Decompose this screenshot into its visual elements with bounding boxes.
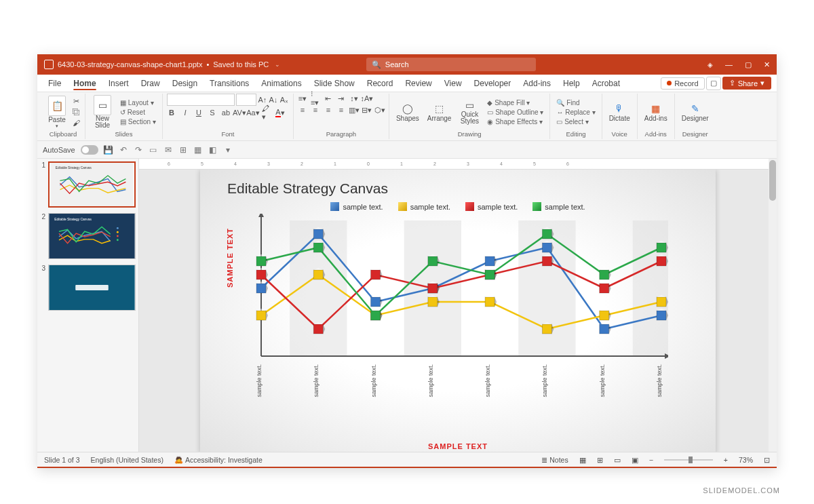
quick-styles-button[interactable]: ▭Quick Styles [457, 98, 482, 126]
thumbnail-1[interactable]: Editable Strategy Canvas [48, 161, 136, 208]
share-button[interactable]: ⇪Share▾ [722, 77, 771, 90]
highlight-button[interactable]: 🖍▾ [262, 108, 271, 117]
sorter-view-button[interactable]: ⊞ [597, 456, 603, 464]
indent-dec-button[interactable]: ⇤ [324, 94, 333, 103]
font-color-button[interactable]: A▾ [275, 108, 285, 117]
indent-inc-button[interactable]: ⇥ [336, 94, 346, 103]
columns-button[interactable]: ▥▾ [349, 105, 359, 115]
maximize-button[interactable]: ▢ [745, 60, 752, 69]
accessibility-status[interactable]: 🙇Accessibility: Investigate [174, 455, 263, 464]
tab-developer[interactable]: Developer [469, 76, 517, 91]
strike-button[interactable]: S [208, 108, 217, 117]
arrange-button[interactable]: ⬚Arrange [425, 101, 454, 123]
italic-button[interactable]: I [180, 108, 190, 117]
section-button[interactable]: ▤ Section ▾ [118, 117, 158, 126]
shape-fill-button[interactable]: ◆ Shape Fill ▾ [485, 98, 545, 107]
reset-button[interactable]: ↺ Reset [118, 108, 158, 117]
case-button[interactable]: Aa▾ [248, 108, 258, 117]
tab-design[interactable]: Design [167, 76, 203, 91]
slide-canvas-area[interactable]: Editable Strategy Canvas sample text. sa… [139, 170, 777, 452]
tab-draw[interactable]: Draw [136, 76, 166, 91]
format-painter-button[interactable]: 🖌 [71, 118, 81, 128]
bold-button[interactable]: B [167, 108, 176, 117]
zoom-in-button[interactable]: + [724, 456, 728, 464]
bullets-button[interactable]: ≡▾ [298, 94, 307, 103]
tab-slideshow[interactable]: Slide Show [309, 76, 360, 91]
notes-button[interactable]: ≣ Notes [541, 456, 568, 464]
zoom-out-button[interactable]: − [649, 456, 653, 464]
spacing-button[interactable]: AV▾ [235, 108, 244, 117]
dictate-button[interactable]: 🎙Dictate [606, 101, 633, 123]
replace-button[interactable]: ↔ Replace ▾ [554, 108, 597, 117]
slide-title[interactable]: Editable Strategy Canvas [227, 180, 689, 197]
tab-file[interactable]: File [43, 76, 66, 91]
qat-icon-4[interactable]: ▦ [193, 145, 203, 155]
tab-record[interactable]: Record [362, 76, 399, 91]
save-state[interactable]: Saved to this PC [213, 60, 269, 69]
vertical-scrollbar[interactable] [769, 159, 777, 452]
clear-format-button[interactable]: Aₓ [279, 95, 289, 104]
shape-effects-button[interactable]: ◉ Shape Effects ▾ [485, 117, 545, 126]
thumbnail-3[interactable] [48, 265, 136, 311]
tab-help[interactable]: Help [558, 76, 585, 91]
scroll-thumb[interactable] [769, 160, 776, 201]
file-name[interactable]: 6430-03-strategy-canvas-shape-chart1.ppt… [58, 60, 202, 69]
search-box[interactable]: 🔍 Search [366, 58, 536, 71]
present-button[interactable]: ▢ [706, 77, 721, 90]
line-spacing-button[interactable]: ↕▾ [349, 94, 359, 103]
slide[interactable]: Editable Strategy Canvas sample text. sa… [200, 170, 716, 452]
language-status[interactable]: English (United States) [91, 456, 163, 464]
underline-button[interactable]: U [194, 108, 204, 117]
justify-button[interactable]: ≡ [336, 105, 346, 115]
qat-icon-3[interactable]: ⊞ [178, 145, 188, 155]
select-button[interactable]: ▭ Select ▾ [554, 117, 597, 126]
cut-button[interactable]: ✂ [71, 96, 81, 106]
font-size-input[interactable] [236, 94, 256, 106]
align-center-button[interactable]: ≡ [311, 105, 320, 115]
undo-button[interactable]: ↶ [119, 145, 128, 155]
tab-transitions[interactable]: Transitions [204, 76, 254, 91]
qat-more[interactable]: ▾ [223, 145, 233, 155]
numbering-button[interactable]: ⁝≡▾ [311, 94, 320, 103]
text-direction-button[interactable]: ↕A▾ [362, 94, 372, 103]
chart[interactable]: sample text.sample text.sample text.samp… [248, 214, 668, 404]
normal-view-button[interactable]: ▦ [579, 456, 586, 464]
qat-icon-2[interactable]: ✉ [163, 145, 173, 155]
shape-outline-button[interactable]: ▭ Shape Outline ▾ [485, 108, 545, 117]
font-name-input[interactable] [167, 94, 235, 106]
align-text-button[interactable]: ⊟▾ [362, 105, 372, 115]
save-button[interactable]: 💾 [104, 145, 113, 155]
y-axis-label[interactable]: SAMPLE TEXT [226, 228, 234, 288]
tab-view[interactable]: View [439, 76, 467, 91]
qat-icon-1[interactable]: ▭ [149, 145, 158, 155]
chevron-down-icon[interactable]: ⌄ [275, 61, 280, 68]
tab-insert[interactable]: Insert [103, 76, 134, 91]
slideshow-view-button[interactable]: ▣ [632, 456, 638, 464]
copy-button[interactable]: ⿻ [71, 107, 81, 117]
find-button[interactable]: 🔍 Find [554, 98, 597, 107]
redo-button[interactable]: ↷ [134, 145, 143, 155]
tab-home[interactable]: Home [68, 76, 101, 91]
smartart-button[interactable]: ⬡▾ [375, 105, 385, 115]
tab-addins[interactable]: Add-ins [518, 76, 556, 91]
tab-acrobat[interactable]: Acrobat [587, 76, 625, 91]
decrease-font-button[interactable]: A↓ [269, 95, 278, 104]
tab-animations[interactable]: Animations [256, 76, 307, 91]
qat-icon-5[interactable]: ◧ [208, 145, 218, 155]
record-button[interactable]: Record [661, 77, 704, 90]
paste-button[interactable]: 📋Paste▾ [45, 94, 69, 130]
shapes-button[interactable]: ◯Shapes [393, 101, 422, 123]
minimize-button[interactable]: — [725, 60, 733, 69]
slide-counter[interactable]: Slide 1 of 3 [44, 456, 80, 464]
premium-icon[interactable]: ◈ [708, 61, 713, 69]
reading-view-button[interactable]: ▭ [614, 456, 621, 464]
new-slide-button[interactable]: ▭New Slide [90, 94, 115, 130]
align-right-button[interactable]: ≡ [324, 105, 333, 115]
shadow-button[interactable]: ab [221, 108, 231, 117]
close-button[interactable]: ✕ [764, 60, 770, 69]
horizontal-ruler[interactable]: 6543210123456 [139, 159, 777, 170]
designer-button[interactable]: ✎Designer [679, 101, 712, 123]
autosave-toggle[interactable] [81, 145, 98, 155]
increase-font-button[interactable]: A↑ [258, 95, 267, 104]
addins-button[interactable]: ▦Add-ins [642, 101, 670, 123]
